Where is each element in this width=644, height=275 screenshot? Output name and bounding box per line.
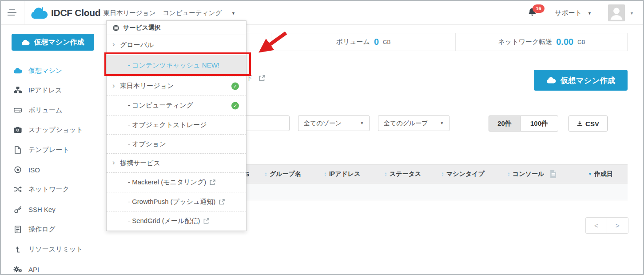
- check-icon: ✓: [231, 82, 239, 90]
- dropdown-item-growthpush[interactable]: - GrowthPush (プッシュ通知): [107, 192, 246, 211]
- column-header-console[interactable]: ▲▼ コンソール: [507, 164, 557, 183]
- dropdown-item-options[interactable]: - オプション: [107, 134, 246, 153]
- hdd-icon: [13, 107, 22, 113]
- group-select-value: 全てのグループ: [384, 120, 428, 128]
- disc-icon: [13, 166, 22, 173]
- chevron-down-icon[interactable]: ▼: [630, 1, 634, 25]
- external-link-icon: [210, 179, 215, 185]
- stat-network-transfer: ネットワーク転送 0.00 GB: [455, 33, 628, 51]
- top-bar: IDCF Cloud 東日本リージョン › コンピューティング ▼ 16 サポー…: [1, 1, 643, 25]
- dropdown-item-global[interactable]: › グローバル: [107, 35, 246, 55]
- sidebar-item-virtual-machines[interactable]: 仮想マシン: [1, 64, 106, 77]
- create-vm-button-label: 仮想マシン作成: [34, 38, 84, 47]
- logo-cloud-icon: [30, 7, 48, 19]
- divider: [24, 1, 24, 25]
- sidebar-item-snapshots[interactable]: スナップショット: [1, 123, 106, 136]
- stat-value: 0.00: [556, 37, 573, 47]
- chevron-right-icon: ›: [112, 40, 115, 48]
- avatar[interactable]: [608, 4, 625, 21]
- external-link-icon: [203, 218, 209, 224]
- sidebar-item-ip-addresses[interactable]: IPアドレス: [1, 84, 106, 97]
- sidebar-item-label: ボリューム: [28, 106, 62, 115]
- shuffle-icon: [13, 186, 22, 192]
- dropdown-item-label: 東日本リージョン: [120, 82, 174, 90]
- stat-value: 0: [374, 37, 379, 47]
- chevron-right-icon: ›: [112, 82, 115, 89]
- sitemap-icon: [13, 87, 22, 94]
- support-menu[interactable]: サポート: [555, 1, 582, 25]
- level-up-icon: [13, 246, 22, 253]
- column-header-ip-address[interactable]: ▲▼ IPアドレス: [324, 164, 360, 183]
- idcf-cloud-console: IDCF Cloud 東日本リージョン › コンピューティング ▼ 16 サポー…: [0, 0, 644, 275]
- column-label: 作成日: [594, 170, 613, 178]
- sidebar-item-label: ISO: [28, 166, 40, 174]
- service-select-dropdown: サービス選択 › グローバル - コンテンツキャッシュ NEW! › 東日本リー…: [106, 20, 246, 231]
- logo-text[interactable]: IDCF Cloud: [51, 1, 100, 25]
- sidebar-item-templates[interactable]: テンプレート: [1, 143, 106, 156]
- chevron-down-icon[interactable]: ▼: [588, 1, 592, 25]
- sort-icon: ▲▼: [264, 172, 267, 176]
- stat-unit: GB: [577, 39, 585, 45]
- sidebar-item-label: 仮想マシン: [28, 67, 62, 75]
- dropdown-item-label: - GrowthPush (プッシュ通知): [128, 198, 215, 206]
- column-header-created-date[interactable]: ▼ 作成日: [588, 164, 613, 183]
- dropdown-item-partner-services[interactable]: › 提携サービス: [107, 153, 246, 172]
- sidebar-item-operation-log[interactable]: 操作ログ: [1, 223, 106, 236]
- gears-icon: [13, 266, 22, 273]
- csv-download-button[interactable]: CSV: [568, 116, 608, 132]
- create-vm-button-main[interactable]: 仮想マシン作成: [534, 70, 628, 91]
- sidebar-item-label: テンプレート: [28, 146, 69, 154]
- notification-count-badge: 16: [533, 4, 545, 13]
- log-icon: [13, 226, 22, 233]
- sidebar-item-iso[interactable]: ISO: [1, 163, 106, 176]
- sidebar-item-resource-limit[interactable]: リソースリミット: [1, 243, 106, 256]
- stat-volume: ボリューム 0 GB: [271, 33, 455, 51]
- sort-icon: ▲▼: [441, 172, 444, 176]
- page-size-20-button[interactable]: 20件: [489, 116, 521, 132]
- document-icon[interactable]: [550, 170, 557, 178]
- sidebar-item-label: スナップショット: [28, 126, 83, 134]
- stat-label: ボリューム: [336, 38, 370, 46]
- dropdown-item-east-japan-region[interactable]: › 東日本リージョン ✓: [107, 76, 246, 96]
- pagination-next-button[interactable]: >: [607, 217, 628, 234]
- group-select[interactable]: 全てのグループ ▼: [378, 116, 449, 131]
- zone-select-value: 全てのゾーン: [304, 120, 342, 128]
- dropdown-item-label: - SendGrid (メール配信): [128, 217, 200, 225]
- column-header-group-name[interactable]: ▲▼ グループ名: [264, 164, 301, 183]
- chevron-right-icon: ›: [112, 159, 115, 166]
- dropdown-item-mackerel[interactable]: - Mackerel (モニタリング): [107, 172, 246, 192]
- sidebar-item-label: IPアドレス: [28, 86, 62, 95]
- sidebar-item-ssh-key[interactable]: SSH Key: [1, 203, 106, 216]
- column-header-status[interactable]: ▲▼ ステータス: [384, 164, 421, 183]
- sort-icon: ▲▼: [324, 172, 327, 176]
- sidebar-item-label: リソースリミット: [28, 245, 83, 254]
- dropdown-item-label: グローバル: [120, 41, 154, 49]
- sidebar-item-api[interactable]: API: [1, 263, 106, 275]
- dropdown-item-label: 提携サービス: [120, 159, 160, 167]
- pagination-prev-button[interactable]: <: [585, 217, 607, 234]
- dropdown-item-sendgrid[interactable]: - SendGrid (メール配信): [107, 211, 246, 231]
- dropdown-item-computing[interactable]: - コンピューティング ✓: [107, 96, 246, 115]
- dropdown-item-object-storage[interactable]: - オブジェクトストレージ: [107, 115, 246, 134]
- download-icon: [577, 121, 583, 127]
- dropdown-item-content-cache[interactable]: - コンテンツキャッシュ NEW!: [107, 55, 246, 76]
- globe-icon: [113, 25, 119, 31]
- page-size-100-button[interactable]: 100件: [520, 116, 558, 132]
- sidebar-item-label: 操作ログ: [28, 225, 56, 234]
- zone-select[interactable]: 全てのゾーン ▼: [298, 116, 370, 131]
- column-label: ステータス: [390, 170, 421, 178]
- create-vm-button[interactable]: 仮想マシン作成: [12, 34, 94, 51]
- caret-down-icon: ▼: [360, 121, 364, 125]
- hamburger-menu-icon[interactable]: [8, 9, 17, 17]
- dropdown-item-label: - オブジェクトストレージ: [128, 121, 207, 129]
- dropdown-item-label: - Mackerel (モニタリング): [128, 178, 206, 187]
- column-header-machine-type[interactable]: ▲▼ マシンタイプ: [441, 164, 485, 183]
- sidebar-item-volumes[interactable]: ボリューム: [1, 104, 106, 117]
- check-icon: ✓: [231, 102, 239, 109]
- sidebar-item-network[interactable]: ネットワーク: [1, 183, 106, 196]
- sidebar-item-label: SSH Key: [28, 206, 56, 213]
- column-label: コンソール: [513, 170, 544, 178]
- dropdown-header-label: サービス選択: [123, 24, 161, 32]
- sort-icon: ▲▼: [384, 172, 387, 176]
- dropdown-item-label: - コンピューティング: [128, 101, 193, 110]
